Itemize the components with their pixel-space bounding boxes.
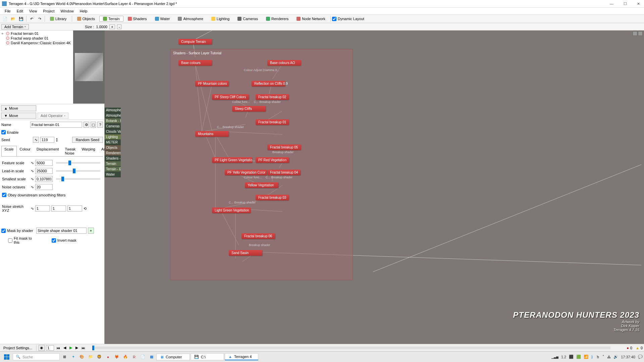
leadin-slider[interactable] bbox=[56, 170, 100, 172]
node-reflection[interactable]: Reflection on Cliffs 0.9 bbox=[252, 81, 285, 86]
app-icon-8[interactable]: ▦ bbox=[148, 353, 156, 361]
start-button[interactable] bbox=[1, 352, 12, 362]
app-icon-4[interactable]: ● bbox=[104, 353, 112, 361]
name-input[interactable] bbox=[30, 122, 82, 128]
invert-mask-check[interactable]: Invert mask bbox=[52, 238, 82, 243]
open-button[interactable]: 📂 bbox=[9, 15, 17, 22]
step-fwd[interactable]: ▶ bbox=[74, 346, 79, 350]
frame-input[interactable] bbox=[46, 345, 54, 351]
cat-item[interactable]: Cameras bbox=[105, 124, 121, 129]
task-c-drive[interactable]: 💾C:\ bbox=[191, 353, 224, 360]
node-fractal-05[interactable]: Fractal breakup 05 bbox=[267, 144, 301, 150]
tray-icon[interactable]: ⬛ bbox=[569, 355, 574, 359]
feature-scale-slider[interactable] bbox=[56, 162, 100, 164]
cat-item[interactable]: Water bbox=[105, 172, 121, 177]
timeline-slider[interactable] bbox=[92, 347, 610, 349]
app-icon-1[interactable]: ✦ bbox=[69, 353, 77, 361]
app-icon-6[interactable]: R bbox=[130, 353, 138, 361]
node-light-green-veg[interactable]: Light Green Vegetation bbox=[212, 207, 251, 213]
feature-scale-input[interactable] bbox=[35, 160, 53, 166]
tray-action-center[interactable]: 💬 bbox=[638, 355, 643, 359]
menu-project[interactable]: Project bbox=[40, 8, 57, 14]
tab-shaders[interactable]: Shaders bbox=[124, 16, 151, 22]
menu-file[interactable]: File bbox=[2, 8, 13, 14]
node-base-colours-ao[interactable]: Base colours AO bbox=[267, 60, 301, 66]
cat-item[interactable]: Atmospher... bbox=[105, 113, 121, 118]
tab-cameras[interactable]: Cameras bbox=[234, 16, 262, 22]
task-computer[interactable]: 🖥Computer bbox=[156, 354, 190, 360]
cat-item[interactable]: METER bbox=[105, 140, 121, 145]
node-sand-basin[interactable]: Sand Basin bbox=[229, 250, 262, 256]
name-action-1[interactable]: ⚙ bbox=[84, 122, 89, 128]
canvas-icon-1[interactable] bbox=[633, 31, 637, 36]
mask-input[interactable] bbox=[36, 228, 87, 234]
save-button[interactable]: 💾 bbox=[17, 15, 25, 22]
tab-node-network[interactable]: Node Network bbox=[293, 16, 329, 22]
node-fractal-06[interactable]: Fractal breakup 06 bbox=[241, 233, 275, 239]
node-pf-steep[interactable]: PF Steep Cliff Colors bbox=[212, 94, 249, 100]
timeline-icon[interactable]: ◉ bbox=[39, 345, 45, 351]
menu-edit[interactable]: Edit bbox=[14, 8, 26, 14]
node-pf-light-green[interactable]: PF Light Green Vegetatio... bbox=[212, 157, 252, 163]
anim-icon[interactable]: ∿ bbox=[31, 177, 34, 181]
tray-bluetooth[interactable]: ᛒ bbox=[591, 355, 593, 359]
taskview-icon[interactable]: ⊞ bbox=[60, 353, 68, 361]
node-pf-red[interactable]: PF Red Vegetation bbox=[256, 157, 289, 163]
node-fractal-04[interactable]: Fractal breakup 04 bbox=[267, 170, 301, 175]
cat-item[interactable]: Botanik - B... bbox=[105, 118, 121, 124]
leadin-input[interactable] bbox=[35, 168, 53, 174]
cat-item[interactable]: Objects bbox=[105, 145, 121, 150]
seed-anim-button[interactable]: ∿ bbox=[33, 137, 39, 143]
cat-item[interactable]: Terrain - Er... bbox=[105, 167, 121, 172]
dynamic-layout-check[interactable]: Dynamic Layout bbox=[332, 16, 364, 22]
node-yellow-veg[interactable]: Yellow Vegetation bbox=[245, 182, 278, 188]
tab-water[interactable]: Water bbox=[151, 16, 174, 22]
enable-check[interactable]: Enable bbox=[1, 129, 103, 135]
octaves-input[interactable] bbox=[35, 184, 53, 190]
node-canvas[interactable]: Atmosphere Atmospher... Botanik - B... C… bbox=[105, 31, 644, 351]
maximize-button[interactable]: ☐ bbox=[622, 2, 629, 6]
stretch-y-input[interactable] bbox=[51, 205, 66, 212]
goto-end[interactable]: ⏭ bbox=[80, 346, 86, 350]
app-icon-7[interactable]: 📄 bbox=[139, 353, 147, 361]
app-icon-3[interactable]: 🦁 bbox=[95, 353, 103, 361]
node-steep-cliffs[interactable]: Steep Cliffs bbox=[232, 106, 266, 112]
tray-up-icon[interactable]: ˄ bbox=[602, 355, 604, 359]
tab-renderers[interactable]: Renderers bbox=[262, 16, 292, 22]
tab-colour[interactable]: Colour bbox=[17, 146, 34, 156]
tray-clock[interactable]: 17:37:40 bbox=[621, 355, 635, 359]
tray-volume[interactable]: 🔊 bbox=[613, 355, 618, 359]
tray-icon[interactable]: 📶 bbox=[584, 355, 588, 359]
fit-mask-check[interactable]: Fit mask to this bbox=[8, 236, 38, 245]
tab-atmosphere[interactable]: Atmosphere bbox=[174, 16, 207, 22]
cat-item[interactable]: Lighting bbox=[105, 134, 121, 140]
app-icon-2[interactable]: 🎨 bbox=[78, 353, 86, 361]
cat-item[interactable]: Renderers bbox=[105, 150, 121, 156]
library-button[interactable]: Library bbox=[46, 16, 70, 22]
cat-item[interactable]: Atmosphere bbox=[105, 108, 121, 113]
move-down-button[interactable]: ▼ Move bbox=[1, 113, 36, 119]
anim-icon[interactable]: ∿ bbox=[31, 206, 34, 211]
step-back[interactable]: ◀ bbox=[62, 346, 67, 350]
cat-item[interactable]: Shaders - ... bbox=[105, 156, 121, 161]
name-action-2[interactable]: ▢ bbox=[91, 122, 96, 128]
mask-add-button[interactable]: + bbox=[88, 228, 94, 234]
node-base-colours[interactable]: Base colours bbox=[178, 60, 212, 66]
anim-icon[interactable]: ∿ bbox=[31, 185, 34, 189]
add-operator-button[interactable]: Add Operator ▾ bbox=[38, 113, 68, 119]
search-box[interactable]: 🔍Suche bbox=[13, 353, 60, 360]
smallest-input[interactable] bbox=[35, 176, 53, 182]
tray-icon[interactable]: 🟩 bbox=[576, 355, 581, 359]
app-icon-5[interactable]: 🔥 bbox=[121, 353, 129, 361]
redo-button[interactable]: ↷ bbox=[36, 15, 43, 22]
stretch-z-input[interactable] bbox=[67, 205, 82, 212]
tab-lighting[interactable]: Lighting bbox=[208, 16, 233, 22]
move-up-button[interactable]: ▲ Move bbox=[1, 105, 36, 111]
terrain-preview[interactable] bbox=[75, 53, 103, 81]
random-seed-button[interactable]: Random Seed bbox=[72, 137, 103, 143]
smallest-slider[interactable] bbox=[56, 178, 100, 180]
undo-button[interactable]: ↶ bbox=[28, 15, 35, 22]
stretch-reset[interactable]: ⟲ bbox=[84, 206, 87, 211]
size-plus[interactable]: + bbox=[109, 24, 115, 29]
node-fractal-02[interactable]: Fractal breakup 02 bbox=[256, 94, 289, 100]
